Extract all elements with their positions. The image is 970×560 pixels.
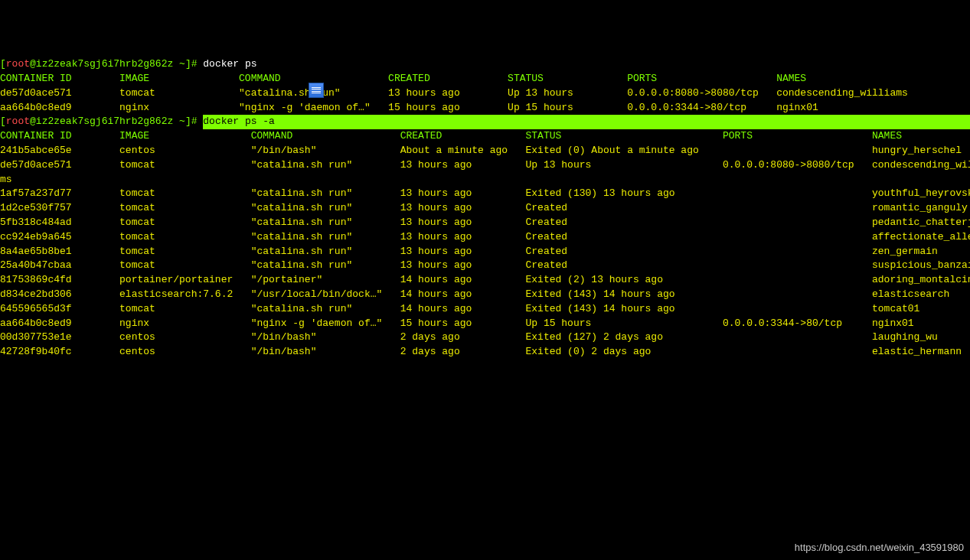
table-row: 1d2ce530f757 tomcat "catalina.sh run" 13… — [0, 201, 970, 216]
notes-icon — [309, 83, 324, 98]
table-row: d834ce2bd306 elasticsearch:7.6.2 "/usr/l… — [0, 288, 970, 302]
table-row: 00d307753e1e centos "/bin/bash" 2 days a… — [0, 330, 970, 345]
table-row: de57d0ace571 tomcat "catalina.sh run" 13… — [0, 158, 970, 173]
table-row: 1af57a237d77 tomcat "catalina.sh run" 13… — [0, 187, 970, 201]
table-row: ms — [0, 173, 970, 187]
table-row: cc924eb9a645 tomcat "catalina.sh run" 13… — [0, 230, 970, 245]
prompt-line[interactable]: [root@iz2zeak7sgj6i7hrb2g862z ~]# docker… — [0, 115, 970, 129]
table-row: 8a4ae65b8be1 tomcat "catalina.sh run" 13… — [0, 245, 970, 259]
watermark-text: https://blog.csdn.net/weixin_43591980 — [795, 541, 964, 555]
table-row: aa664b0c8ed9 nginx "nginx -g 'daemon of…… — [0, 317, 970, 331]
table-row: 645596565d3f tomcat "catalina.sh run" 14… — [0, 302, 970, 317]
table-row: 241b5abce65e centos "/bin/bash" About a … — [0, 144, 970, 158]
terminal-output[interactable]: [root@iz2zeak7sgj6i7hrb2g862z ~]# docker… — [0, 57, 970, 360]
prompt-line[interactable]: [root@iz2zeak7sgj6i7hrb2g862z ~]# docker… — [0, 57, 970, 72]
table-header: CONTAINER ID IMAGE COMMAND CREATED STATU… — [0, 129, 970, 144]
table-row: 5fb318c484ad tomcat "catalina.sh run" 13… — [0, 216, 970, 230]
table-row: 25a40b47cbaa tomcat "catalina.sh run" 13… — [0, 259, 970, 273]
table-row: de57d0ace571 tomcat "catalina.sh run" 13… — [0, 86, 970, 101]
table-row: 81753869c4fd portainer/portainer "/porta… — [0, 273, 970, 288]
table-row: aa664b0c8ed9 nginx "nginx -g 'daemon of…… — [0, 101, 970, 116]
table-row: 42728f9b40fc centos "/bin/bash" 2 days a… — [0, 345, 970, 360]
table-header: CONTAINER ID IMAGE COMMAND CREATED STATU… — [0, 72, 970, 86]
